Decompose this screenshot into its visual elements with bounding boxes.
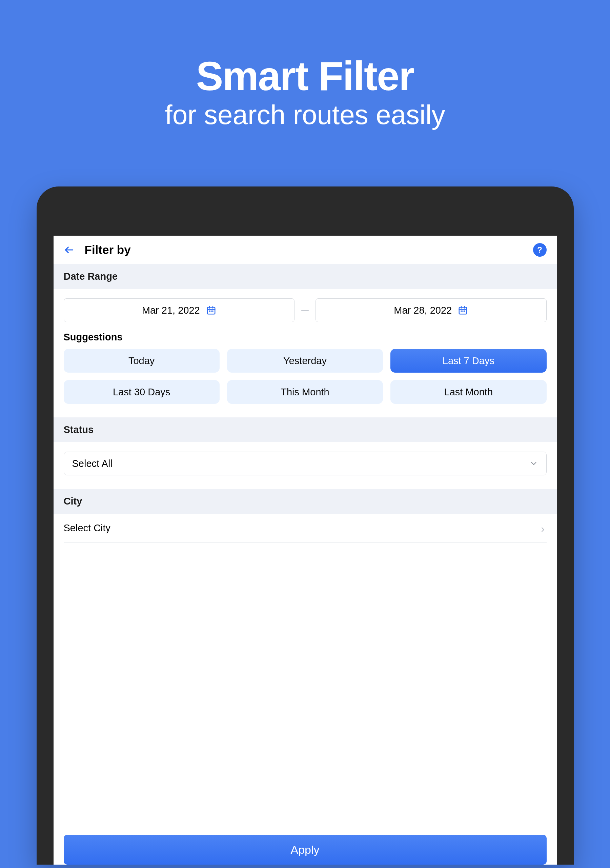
start-date-value: Mar 21, 2022 (142, 305, 200, 316)
page-title: Filter by (85, 243, 131, 257)
chip-last-7-days[interactable]: Last 7 Days (390, 349, 546, 373)
svg-point-14 (464, 311, 465, 312)
city-placeholder: Select City (64, 522, 111, 534)
content-spacer (54, 543, 557, 835)
apply-button[interactable]: Apply (64, 835, 547, 865)
chip-this-month[interactable]: This Month (227, 380, 383, 404)
tablet-frame: Filter by ? Date Range Mar 21, 2022 (37, 186, 574, 865)
start-date-field[interactable]: Mar 21, 2022 (64, 298, 295, 322)
city-select-row[interactable]: Select City (54, 514, 557, 542)
chip-yesterday[interactable]: Yesterday (227, 349, 383, 373)
hero-title: Smart Filter (165, 53, 445, 99)
hero-subtitle: for search routes easily (165, 99, 445, 130)
section-header-date-range: Date Range (54, 264, 557, 289)
status-select[interactable]: Select All (64, 452, 547, 475)
svg-point-5 (209, 311, 210, 312)
end-date-value: Mar 28, 2022 (394, 305, 452, 316)
svg-point-6 (211, 311, 212, 312)
chevron-right-icon (539, 524, 547, 532)
svg-point-7 (212, 311, 213, 312)
section-header-city: City (54, 489, 557, 514)
toolbar: Filter by ? (54, 236, 557, 264)
date-range-row: Mar 21, 2022 (54, 289, 557, 322)
calendar-icon (206, 305, 216, 315)
chip-last-month[interactable]: Last Month (390, 380, 546, 404)
chip-today[interactable]: Today (64, 349, 220, 373)
calendar-icon (458, 305, 468, 315)
help-button[interactable]: ? (533, 243, 547, 257)
hero-block: Smart Filter for search routes easily (165, 53, 445, 130)
help-icon: ? (537, 245, 542, 255)
app-screen: Filter by ? Date Range Mar 21, 2022 (54, 236, 557, 865)
svg-point-13 (463, 311, 463, 312)
apply-button-label: Apply (290, 843, 319, 857)
status-selected-value: Select All (72, 458, 113, 469)
end-date-field[interactable]: Mar 28, 2022 (316, 298, 547, 322)
back-arrow-icon[interactable] (64, 245, 74, 255)
date-range-separator (301, 310, 309, 311)
suggestions-label: Suggestions (54, 322, 557, 349)
chip-last-30-days[interactable]: Last 30 Days (64, 380, 220, 404)
svg-point-12 (461, 311, 461, 312)
suggestion-chip-grid: Today Yesterday Last 7 Days Last 30 Days… (54, 349, 557, 417)
section-header-status: Status (54, 417, 557, 442)
chevron-down-icon (529, 459, 538, 468)
